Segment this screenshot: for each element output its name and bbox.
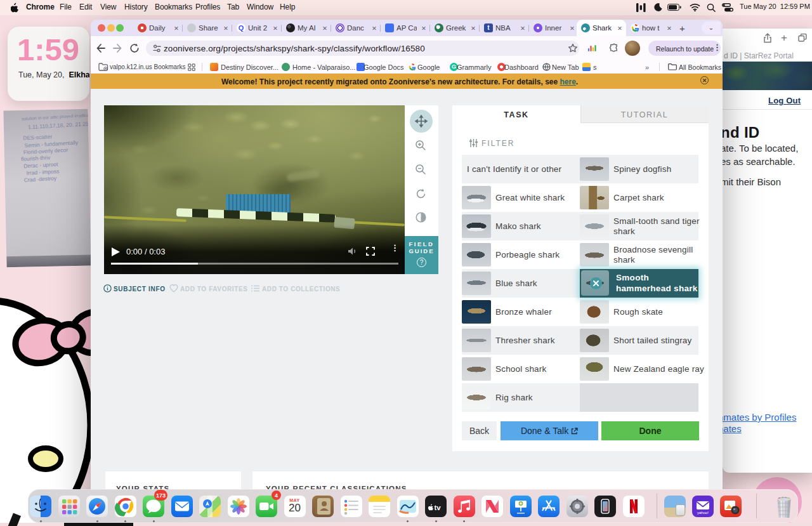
svg-text:tv: tv bbox=[435, 504, 442, 511]
svg-text:yahoo!: yahoo! bbox=[697, 511, 709, 515]
